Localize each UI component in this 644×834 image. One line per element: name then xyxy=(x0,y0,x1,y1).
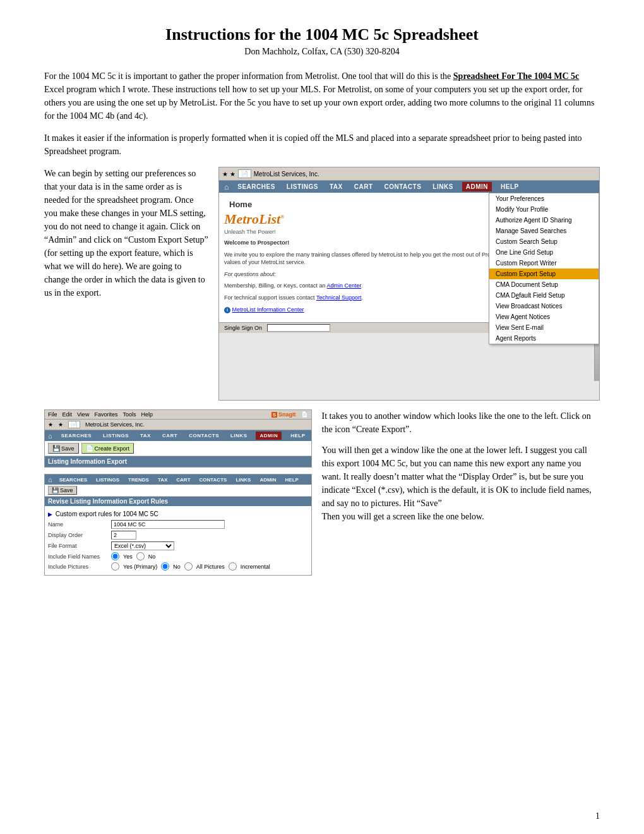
browser2-menu-help[interactable]: Help xyxy=(141,411,153,418)
browser3-help[interactable]: HELP xyxy=(283,476,301,483)
browser3-listings[interactable]: LISTINGS xyxy=(94,476,121,483)
info-icon: i xyxy=(224,307,230,313)
browser3-contacts[interactable]: CONTACTS xyxy=(198,476,229,483)
browser-logo-icon: 📄 xyxy=(238,169,251,178)
nav-admin[interactable]: ADMIN xyxy=(462,182,492,191)
browser3-save-button[interactable]: 💾 Save xyxy=(48,486,77,495)
browser2-star2: ★ xyxy=(58,421,63,428)
metrolist-info-link[interactable]: MetroList Information Center xyxy=(232,306,304,313)
file-format-label: File Format xyxy=(48,543,111,549)
browser-screenshot-1: ★ ★ 📄 MetroList Services, Inc. ⌂ SEARCHE… xyxy=(218,167,600,401)
field-names-no-radio[interactable] xyxy=(136,552,145,560)
save-icon: 💾 xyxy=(52,445,60,452)
expand-arrow-icon[interactable]: ▶ xyxy=(48,511,52,517)
paragraph-1: For the 1004 MC 5c it is important to ga… xyxy=(44,70,600,123)
browser2-menu-favorites[interactable]: Favorites xyxy=(94,411,117,418)
display-order-row: Display Order xyxy=(48,531,308,540)
browser2-tax[interactable]: TAX xyxy=(138,432,153,440)
menu-sent-email[interactable]: View Sent E-mail xyxy=(489,322,599,333)
left-text-block: We can begin by setting our preferences … xyxy=(44,167,208,401)
create-export-button[interactable]: 📄 Create Export xyxy=(81,443,134,454)
save-button[interactable]: 💾 Save xyxy=(48,443,79,454)
file-format-select[interactable]: Excel (*.csv) xyxy=(111,541,174,550)
menu-authorize-agent[interactable]: Authorize Agent ID Sharing xyxy=(489,215,599,226)
browser2-contacts[interactable]: CONTACTS xyxy=(186,432,222,440)
admin-center-link[interactable]: Admin Center xyxy=(327,282,362,289)
pictures-all-radio[interactable] xyxy=(184,562,193,571)
pictures-yes-radio[interactable] xyxy=(111,562,119,571)
browser2-star1: ★ xyxy=(48,421,53,428)
browser-chrome-bar: ★ ★ 📄 MetroList Services, Inc. xyxy=(219,167,599,181)
browser3-toolbar: 💾 Save xyxy=(45,485,311,497)
browser2-listings[interactable]: LISTINGS xyxy=(100,432,131,440)
pictures-no-radio[interactable] xyxy=(161,562,169,571)
browser2-home-icon: ⌂ xyxy=(48,432,52,440)
menu-agent-reports[interactable]: Agent Reports xyxy=(489,333,599,344)
nav-listings[interactable]: LISTINGS xyxy=(284,182,321,191)
signin-input[interactable] xyxy=(267,324,330,332)
browser2-searches[interactable]: SEARCHES xyxy=(59,432,94,440)
export-form: ▶ Custom export rules for 1004 MC 5C Nam… xyxy=(45,508,311,575)
browser3-links[interactable]: LINKS xyxy=(234,476,253,483)
field-names-no-label: No xyxy=(148,553,156,560)
browser2-menu-file[interactable]: File xyxy=(48,411,57,418)
pictures-yes-label: Yes (Primary) xyxy=(123,564,157,570)
display-order-value xyxy=(111,531,308,540)
browser2-help[interactable]: HELP xyxy=(288,432,307,440)
menu-broadcast-notices[interactable]: View Broadcast Notices xyxy=(489,301,599,311)
field-names-yes-label: Yes xyxy=(123,553,133,560)
browser2-cart[interactable]: CART xyxy=(160,432,180,440)
nav-cart[interactable]: CART xyxy=(352,182,376,191)
browser2-toolbar: 💾 Save 📄 Create Export xyxy=(45,441,311,456)
pictures-no-label: No xyxy=(173,564,181,570)
menu-agent-notices[interactable]: View Agent Notices xyxy=(489,311,599,322)
browser3-tax[interactable]: TAX xyxy=(156,476,169,483)
page-subtitle: Don Machholz, Colfax, CA (530) 320-8204 xyxy=(44,47,600,57)
browser3-trends[interactable]: TRENDS xyxy=(126,476,151,483)
menu-custom-export-setup[interactable]: Custom Export Setup xyxy=(489,269,599,279)
browser2-menu-tools[interactable]: Tools xyxy=(122,411,136,418)
browser-screenshot-2: File Edit View Favorites Tools Help S Sn… xyxy=(44,409,312,468)
form-group-label: Custom export rules for 1004 MC 5C xyxy=(56,511,158,517)
browser2-nav: ⌂ SEARCHES LISTINGS TAX CART CONTACTS LI… xyxy=(45,430,311,441)
browser2-chrome: File Edit View Favorites Tools Help S Sn… xyxy=(45,410,311,420)
nav-bar: ⌂ SEARCHES LISTINGS TAX CART CONTACTS LI… xyxy=(219,181,599,193)
menu-custom-search-setup[interactable]: Custom Search Setup xyxy=(489,236,599,247)
menu-cma-document[interactable]: CMA Document Setup xyxy=(489,279,599,290)
nav-links[interactable]: LINKS xyxy=(430,182,456,191)
name-label: Name xyxy=(48,521,111,528)
field-names-value: Yes No xyxy=(111,552,308,560)
page-number: 1 xyxy=(595,811,600,821)
signin-label: Single Sign On xyxy=(224,325,262,331)
page-title: Instructions for the 1004 MC 5c Spreadsh… xyxy=(44,25,600,44)
browser2-menu-view[interactable]: View xyxy=(77,411,89,418)
browser3-home-icon: ⌂ xyxy=(48,476,52,483)
field-names-yes-radio[interactable] xyxy=(111,552,119,560)
nav-tax[interactable]: TAX xyxy=(327,182,345,191)
browser2-admin[interactable]: ADMIN xyxy=(256,432,282,440)
form-group-header: ▶ Custom export rules for 1004 MC 5C xyxy=(48,511,308,517)
browser2-links[interactable]: LINKS xyxy=(228,432,250,440)
menu-modify-profile[interactable]: Modify Your Profile xyxy=(489,204,599,215)
browser2-menu-edit[interactable]: Edit xyxy=(63,411,73,418)
bottom-text-1: It takes you to another window which loo… xyxy=(322,409,600,436)
nav-searches[interactable]: SEARCHES xyxy=(235,182,278,191)
browser3-searches[interactable]: SEARCHES xyxy=(57,476,89,483)
browser3-cart[interactable]: CART xyxy=(174,476,192,483)
menu-one-line-grid[interactable]: One Line Grid Setup xyxy=(489,247,599,258)
menu-your-preferences[interactable]: Your Preferences xyxy=(489,193,599,204)
nav-contacts[interactable]: CONTACTS xyxy=(382,182,424,191)
file-format-row: File Format Excel (*.csv) xyxy=(48,541,308,550)
bottom-section: File Edit View Favorites Tools Help S Sn… xyxy=(44,409,600,582)
menu-custom-report[interactable]: Custom Report Writer xyxy=(489,258,599,269)
display-order-input[interactable] xyxy=(111,531,136,540)
pictures-incremental-radio[interactable] xyxy=(229,562,237,571)
name-input[interactable] xyxy=(111,520,225,529)
browser3-admin[interactable]: ADMIN xyxy=(258,476,278,483)
tech-support-link[interactable]: Technical Support xyxy=(316,294,362,301)
menu-cma-default[interactable]: CMA Default Field Setup xyxy=(489,290,599,301)
menu-manage-searches[interactable]: Manage Saved Searches xyxy=(489,226,599,236)
bottom-left-screenshots: File Edit View Favorites Tools Help S Sn… xyxy=(44,409,312,582)
nav-help[interactable]: HELP xyxy=(498,182,522,191)
bottom-text-2: You will then get a window like the one … xyxy=(322,444,600,523)
